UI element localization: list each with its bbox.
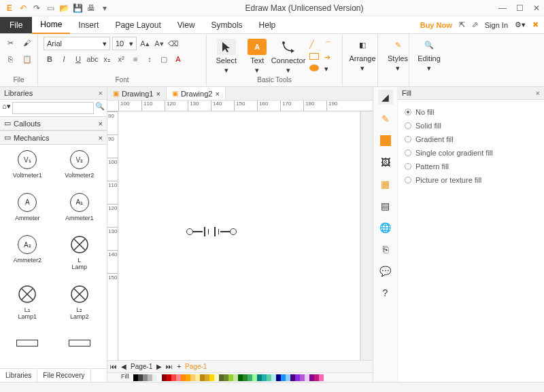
page-prev-icon[interactable]: ◀: [121, 363, 126, 370]
fill-option[interactable]: Gradient fill: [405, 132, 537, 146]
circuit-symbol[interactable]: [186, 227, 237, 236]
select-tool[interactable]: Select▾: [212, 39, 241, 75]
color-swatch[interactable]: [228, 374, 233, 381]
doc-tab-2[interactable]: ▣Drawing2×: [167, 87, 226, 100]
shape-lamp1[interactable]: L₁Lamp1: [3, 283, 52, 329]
shape-ammeter1[interactable]: A₁Ammeter1: [55, 192, 105, 230]
print-icon[interactable]: 🖶: [86, 3, 97, 14]
shape-voltmeter1[interactable]: V₁Voltmeter1: [3, 149, 52, 188]
undo-icon[interactable]: ↶: [18, 3, 29, 14]
drawing-canvas[interactable]: [118, 111, 360, 360]
strike-icon[interactable]: abc: [86, 53, 99, 65]
color-swatch[interactable]: [224, 374, 228, 381]
line-shape-icon[interactable]: ╱: [309, 40, 322, 50]
decrease-font-icon[interactable]: A▾: [153, 37, 165, 50]
increase-font-icon[interactable]: A▴: [139, 37, 151, 50]
maximize-icon[interactable]: ☐: [516, 3, 524, 13]
hyperlink-tool-icon[interactable]: 🌐: [378, 220, 393, 235]
color-swatch[interactable]: [286, 374, 290, 381]
font-name-select[interactable]: Arial▾: [44, 37, 110, 50]
font-color-icon[interactable]: A: [172, 53, 184, 65]
fill-option[interactable]: Picture or texture fill: [405, 173, 537, 187]
page-tool-icon[interactable]: ▤: [378, 198, 393, 213]
buy-now-link[interactable]: Buy Now: [420, 21, 452, 29]
color-swatch[interactable]: [290, 374, 295, 381]
open-icon[interactable]: 📂: [58, 3, 69, 14]
color-swatch[interactable]: [238, 374, 243, 381]
image-tool-icon[interactable]: 🖼: [378, 155, 393, 170]
color-swatch[interactable]: [262, 374, 267, 381]
callouts-section[interactable]: ▭ Callouts ×: [0, 116, 107, 130]
bold-button[interactable]: B: [44, 53, 56, 65]
shape-resistor[interactable]: [55, 332, 105, 364]
close-libraries-icon[interactable]: ×: [99, 89, 103, 97]
clear-format-icon[interactable]: ⌫: [167, 37, 180, 50]
color-swatch[interactable]: [176, 374, 181, 381]
color-swatch[interactable]: [257, 374, 262, 381]
fill-option[interactable]: Solid fill: [405, 119, 537, 132]
arrow-shape-icon[interactable]: ➔: [324, 53, 337, 62]
color-swatch[interactable]: [171, 374, 176, 381]
fill-tool-icon[interactable]: ◢: [378, 90, 393, 105]
color-swatch[interactable]: [309, 374, 314, 381]
close-callouts-icon[interactable]: ×: [99, 120, 103, 128]
close-mechanics-icon[interactable]: ×: [99, 134, 103, 142]
shape-ammeter2[interactable]: A₂Ammeter2: [3, 234, 52, 279]
color-swatch[interactable]: [243, 374, 248, 381]
bullets-icon[interactable]: ≡: [129, 53, 141, 65]
color-swatch[interactable]: [133, 374, 138, 381]
color-swatch[interactable]: [181, 374, 186, 381]
color-swatch[interactable]: [209, 374, 214, 381]
arrange-button[interactable]: ◧Arrange▾: [348, 37, 377, 73]
close-tab-icon[interactable]: ×: [156, 90, 160, 98]
left-tab-libraries[interactable]: Libraries: [0, 369, 37, 382]
color-swatch[interactable]: [276, 374, 281, 381]
text-tool[interactable]: A Text▾: [243, 39, 272, 75]
gear-icon[interactable]: ⚙▾: [515, 20, 526, 29]
mechanics-section[interactable]: ▭ Mechanics ×: [0, 130, 107, 145]
color-swatch[interactable]: [319, 374, 324, 381]
help-tool-icon[interactable]: ?: [378, 285, 393, 300]
color-swatch[interactable]: [190, 374, 195, 381]
share-icon[interactable]: ⬀: [472, 20, 478, 29]
color-swatch[interactable]: [233, 374, 238, 381]
close-tab-icon[interactable]: ×: [215, 90, 219, 98]
color-swatch[interactable]: [152, 374, 157, 381]
search-icon[interactable]: 🔍: [95, 102, 105, 114]
shape-lamp2[interactable]: L₂Lamp2: [55, 283, 105, 329]
tab-symbols[interactable]: Symbols: [203, 17, 251, 33]
add-page-button[interactable]: +: [177, 363, 181, 370]
connector-tool[interactable]: Connector▾: [274, 39, 303, 75]
shape-ammeter[interactable]: AAmmeter: [3, 192, 52, 230]
library-search-input[interactable]: [12, 102, 94, 114]
color-swatch[interactable]: [252, 374, 257, 381]
shape-lamp[interactable]: LLamp: [55, 234, 105, 279]
subscript-icon[interactable]: x₂: [101, 53, 113, 65]
page-first-icon[interactable]: ⏮: [110, 363, 117, 370]
close-fill-panel-icon[interactable]: ×: [536, 89, 540, 97]
close-icon[interactable]: ✕: [533, 3, 540, 13]
color-swatch[interactable]: [248, 374, 252, 381]
color-swatch[interactable]: [305, 374, 309, 381]
ellipse-shape-icon[interactable]: [309, 65, 322, 73]
signin-link[interactable]: Sign In: [485, 21, 508, 29]
save-icon[interactable]: 💾: [72, 3, 83, 14]
color-swatch[interactable]: [295, 374, 300, 381]
format-painter-icon[interactable]: 🖌: [21, 37, 33, 49]
color-swatch[interactable]: [314, 374, 319, 381]
color-swatch[interactable]: [205, 374, 209, 381]
superscript-icon[interactable]: x²: [115, 53, 127, 65]
shape-resistor[interactable]: [3, 332, 52, 364]
comment-tool-icon[interactable]: 💬: [378, 264, 393, 279]
color-swatch[interactable]: [167, 374, 171, 381]
tab-view[interactable]: View: [169, 17, 203, 33]
styles-button[interactable]: ✎Styles▾: [384, 37, 412, 73]
tab-help[interactable]: Help: [251, 17, 284, 33]
tab-insert[interactable]: Insert: [70, 17, 107, 33]
fill-option[interactable]: Pattern fill: [405, 160, 537, 173]
cut-icon[interactable]: ✂: [5, 37, 17, 49]
page-next-icon[interactable]: ▶: [156, 363, 162, 370]
more-shapes-icon[interactable]: ▾: [324, 65, 337, 73]
color-swatch[interactable]: [300, 374, 305, 381]
color-swatch[interactable]: [219, 374, 224, 381]
